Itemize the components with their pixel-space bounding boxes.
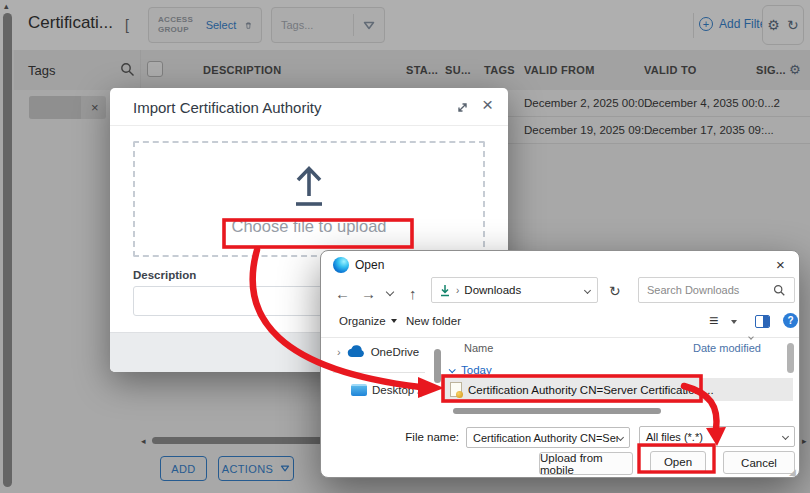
desktop-folder-icon (351, 384, 367, 396)
view-dropdown-arrow-icon[interactable] (731, 320, 737, 324)
file-type-value: All files (*.*) (646, 431, 703, 443)
file-name-label: File name: (377, 431, 459, 443)
group-today-label: Today (461, 364, 492, 376)
forward-icon[interactable]: → (361, 285, 376, 302)
collapse-chevron-icon (449, 366, 456, 373)
expand-icon[interactable] (456, 101, 469, 114)
expander-chevron[interactable]: › (337, 346, 341, 358)
modal-title: Import Certification Authority (133, 99, 321, 116)
close-icon[interactable]: × (482, 94, 493, 116)
chevron-down-icon (617, 434, 624, 441)
onedrive-cloud-icon (346, 345, 366, 358)
file-name: Certification Authority CN=Server Certif… (468, 384, 714, 396)
column-name[interactable]: Name (464, 342, 493, 354)
new-folder-label: New folder (406, 315, 461, 327)
cancel-button[interactable]: Cancel (723, 451, 795, 474)
chevron-down-icon[interactable] (584, 286, 591, 293)
breadcrumb-downloads[interactable]: Downloads (464, 284, 521, 296)
file-list-horizontal-scrollbar[interactable] (453, 408, 661, 414)
organize-menu[interactable]: Organize (339, 315, 397, 327)
address-bar[interactable]: › Downloads (431, 277, 598, 303)
open-dialog-title: Open (355, 258, 384, 272)
upload-from-mobile-label: Upload from mobile (540, 452, 632, 476)
file-row-selected[interactable]: Certification Authority CN=Server Certif… (444, 378, 793, 401)
description-label: Description (133, 269, 196, 281)
file-type-dropdown[interactable]: All files (*.*) (639, 426, 795, 447)
breadcrumb-separator: › (456, 285, 459, 296)
view-list-icon[interactable]: ≡ (709, 312, 718, 330)
resize-grip-icon[interactable]: ◢ (789, 467, 796, 477)
certificate-file-icon (450, 382, 462, 397)
downloads-icon (439, 284, 451, 297)
divider (110, 125, 508, 126)
open-button-label: Open (664, 456, 692, 468)
screenshot-root: Certificati... [ ACCESS GROUP Select Tag… (0, 0, 810, 493)
search-placeholder: Search Downloads (647, 284, 739, 296)
file-name-combobox[interactable]: Certification Authority CN=Server Ce (466, 427, 630, 448)
upload-from-mobile-button[interactable]: Upload from mobile (539, 452, 633, 475)
desktop-label: Desktop (372, 384, 414, 396)
new-folder-button[interactable]: New folder (406, 315, 461, 327)
search-icon (773, 284, 786, 297)
divider (333, 372, 425, 373)
file-name-value: Certification Authority CN=Server Ce (473, 432, 618, 444)
refresh-icon[interactable]: ↻ (609, 283, 621, 299)
chevron-down-icon (782, 433, 789, 440)
search-box[interactable]: Search Downloads (638, 277, 795, 303)
up-icon[interactable]: ↑ (409, 285, 417, 302)
sort-chevron-icon (748, 334, 754, 340)
preview-pane-icon[interactable] (755, 315, 770, 328)
pin-icon[interactable] (416, 387, 427, 398)
help-icon[interactable]: ? (783, 313, 798, 328)
close-icon[interactable]: × (776, 256, 785, 273)
recent-locations-chevron-icon[interactable] (386, 288, 394, 296)
upload-arrow-icon (288, 163, 330, 207)
dropdown-arrow-icon (391, 319, 397, 323)
organize-label: Organize (339, 315, 386, 327)
edge-browser-icon (333, 257, 349, 273)
divider (321, 337, 799, 338)
column-date-modified[interactable]: Date modified (693, 342, 761, 354)
nav-item-desktop[interactable]: Desktop (351, 384, 414, 396)
nav-pane-scrollbar[interactable] (434, 349, 441, 383)
open-file-dialog: Open × ← → ↑ › Downloads ↻ Search Downlo… (320, 250, 800, 478)
file-dropzone[interactable]: Choose file to upload (133, 141, 485, 257)
file-list-vertical-scrollbar[interactable] (787, 343, 794, 373)
group-today[interactable]: Today (449, 364, 492, 376)
cancel-button-label: Cancel (741, 457, 777, 469)
nav-item-onedrive[interactable]: › OneDrive (337, 345, 419, 358)
onedrive-label: OneDrive (371, 346, 420, 358)
back-icon[interactable]: ← (335, 285, 350, 302)
choose-file-link[interactable]: Choose file to upload (231, 217, 386, 236)
open-button[interactable]: Open (650, 451, 706, 473)
